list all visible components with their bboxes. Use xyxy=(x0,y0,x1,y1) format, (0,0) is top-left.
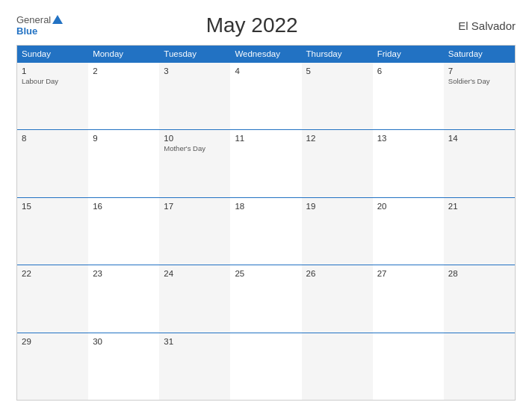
day-cell: 19 xyxy=(302,198,373,265)
day-number: 30 xyxy=(93,337,155,346)
day-number: 1 xyxy=(22,67,84,75)
day-cell: 9 xyxy=(88,130,159,197)
day-number: 24 xyxy=(164,269,226,278)
day-cell: 15 xyxy=(17,198,88,265)
day-number: 4 xyxy=(235,67,297,75)
day-cell: 22 xyxy=(17,265,88,332)
holiday-name: Mother's Day xyxy=(164,144,226,153)
day-number: 16 xyxy=(93,202,155,211)
country-label: El Salvador xyxy=(441,19,516,32)
week-row-3: 15161718192021 xyxy=(17,197,515,265)
day-number: 7 xyxy=(448,67,510,75)
day-cell: 31 xyxy=(159,333,230,400)
logo: General Blue xyxy=(16,14,63,37)
day-number: 10 xyxy=(164,134,226,143)
week-row-5: 293031 xyxy=(17,333,515,400)
day-number: 11 xyxy=(235,134,297,143)
day-cell: 7Soldier's Day xyxy=(444,63,515,129)
day-cell: 5 xyxy=(302,63,373,129)
day-cell: 27 xyxy=(373,265,444,332)
day-number: 27 xyxy=(377,269,439,278)
day-number: 22 xyxy=(22,269,84,278)
day-cell: 2 xyxy=(88,63,159,129)
page-header: General Blue May 2022 El Salvador xyxy=(16,13,516,37)
day-cell: 3 xyxy=(159,63,230,129)
day-cell: 1Labour Day xyxy=(17,63,88,129)
day-cell: 29 xyxy=(17,333,88,400)
day-header-thursday: Thursday xyxy=(302,46,373,62)
day-number: 9 xyxy=(93,134,155,143)
day-cell: 17 xyxy=(159,198,230,265)
day-number: 18 xyxy=(235,202,297,211)
day-number: 25 xyxy=(235,269,297,278)
logo-triangle-icon xyxy=(52,15,63,24)
calendar-title: May 2022 xyxy=(63,13,441,37)
day-header-tuesday: Tuesday xyxy=(159,46,230,62)
day-cell: 25 xyxy=(230,265,301,332)
day-cell: 30 xyxy=(88,333,159,400)
day-number: 13 xyxy=(377,134,439,143)
day-number: 29 xyxy=(22,337,84,346)
day-cell: 20 xyxy=(373,198,444,265)
holiday-name: Labour Day xyxy=(22,77,84,86)
week-row-4: 22232425262728 xyxy=(17,265,515,332)
day-number: 5 xyxy=(306,67,368,75)
day-cell: 18 xyxy=(230,198,301,265)
day-headers-row: SundayMondayTuesdayWednesdayThursdayFrid… xyxy=(17,46,515,62)
day-number: 28 xyxy=(448,269,510,278)
day-cell: 11 xyxy=(230,130,301,197)
day-number: 17 xyxy=(164,202,226,211)
day-header-friday: Friday xyxy=(373,46,444,62)
day-cell: 21 xyxy=(444,198,515,265)
weeks-container: 1Labour Day234567Soldier's Day8910Mother… xyxy=(17,62,515,400)
day-cell: 4 xyxy=(230,63,301,129)
day-cell: 10Mother's Day xyxy=(159,130,230,197)
day-cell: 6 xyxy=(373,63,444,129)
day-number: 6 xyxy=(377,67,439,75)
logo-general-text: General xyxy=(16,14,51,25)
day-cell: 26 xyxy=(302,265,373,332)
day-number: 8 xyxy=(22,134,84,143)
day-cell xyxy=(302,333,373,400)
day-cell xyxy=(444,333,515,400)
day-header-monday: Monday xyxy=(88,46,159,62)
logo-blue-text: Blue xyxy=(16,25,37,37)
day-number: 31 xyxy=(164,337,226,346)
day-number: 20 xyxy=(377,202,439,211)
day-cell: 23 xyxy=(88,265,159,332)
day-number: 23 xyxy=(93,269,155,278)
day-cell: 13 xyxy=(373,130,444,197)
week-row-2: 8910Mother's Day11121314 xyxy=(17,129,515,197)
day-cell: 12 xyxy=(302,130,373,197)
holiday-name: Soldier's Day xyxy=(448,77,510,86)
calendar-grid: SundayMondayTuesdayWednesdayThursdayFrid… xyxy=(16,45,516,401)
day-number: 26 xyxy=(306,269,368,278)
day-number: 2 xyxy=(93,67,155,75)
day-number: 15 xyxy=(22,202,84,211)
day-cell: 8 xyxy=(17,130,88,197)
day-cell: 24 xyxy=(159,265,230,332)
day-number: 19 xyxy=(306,202,368,211)
day-number: 21 xyxy=(448,202,510,211)
day-cell: 14 xyxy=(444,130,515,197)
day-header-sunday: Sunday xyxy=(17,46,88,62)
week-row-1: 1Labour Day234567Soldier's Day xyxy=(17,62,515,129)
day-cell xyxy=(230,333,301,400)
day-number: 3 xyxy=(164,67,226,75)
calendar-page: General Blue May 2022 El Salvador Sunday… xyxy=(0,0,532,411)
day-cell: 28 xyxy=(444,265,515,332)
day-cell xyxy=(373,333,444,400)
day-number: 14 xyxy=(448,134,510,143)
day-number: 12 xyxy=(306,134,368,143)
day-header-wednesday: Wednesday xyxy=(230,46,301,62)
day-cell: 16 xyxy=(88,198,159,265)
day-header-saturday: Saturday xyxy=(444,46,515,62)
